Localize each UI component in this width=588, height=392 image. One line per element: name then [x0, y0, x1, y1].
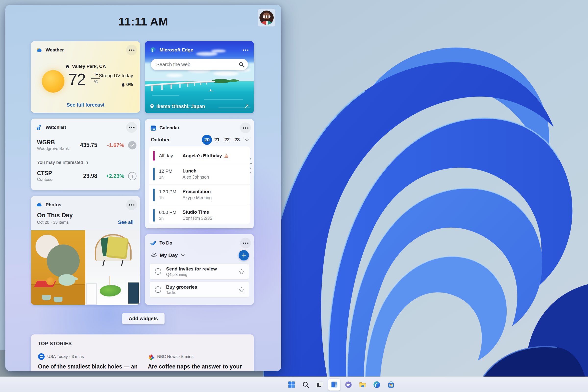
stock-name: Contoso [37, 177, 73, 182]
chevron-down-icon[interactable] [181, 254, 185, 256]
watchlist-widget[interactable]: Watchlist WGRB Woodgrove Bank 435.75 -1.… [31, 118, 140, 190]
star-icon[interactable] [239, 269, 244, 274]
unit-celsius[interactable]: °C [92, 79, 100, 84]
photo-teacup [42, 295, 51, 300]
watchlist-added-check-button[interactable] [128, 141, 136, 150]
photo-chair-legs [102, 260, 123, 266]
photo-plant-leaves [100, 285, 121, 296]
avatar-sunglasses [263, 16, 270, 18]
calendar-event-list: All day Angela's Birthday [149, 146, 250, 224]
event-time: 6:00 PM [159, 210, 182, 215]
widgets-icon [330, 381, 338, 388]
calendar-date-20[interactable]: 20 [202, 135, 212, 145]
nbc-news-logo [148, 353, 154, 360]
todo-list-selector[interactable]: My Day [160, 252, 178, 258]
calendar-date-22[interactable]: 22 [222, 135, 232, 145]
stock-symbol: CTSP [37, 170, 73, 177]
task-view-button[interactable] [314, 379, 326, 390]
file-explorer-button[interactable] [357, 379, 368, 390]
photo-thumbnail-teapot[interactable] [31, 230, 85, 305]
photo-frame [86, 283, 97, 305]
widgets-button[interactable] [328, 379, 340, 390]
task-list-name: Tasks [166, 290, 239, 295]
add-widgets-button[interactable]: Add widgets [122, 313, 165, 324]
event-color-bar [153, 188, 154, 201]
photo-thumbnail-chair[interactable] [86, 230, 140, 305]
calendar-event[interactable]: 1:30 PM 1h Presentation Skype Meeting [149, 184, 250, 205]
star-icon[interactable] [239, 287, 244, 292]
photo-green-circle [47, 244, 80, 277]
task-title: Send invites for review [166, 266, 239, 272]
todo-menu-button[interactable] [240, 238, 251, 248]
avatar [260, 10, 274, 25]
search-input[interactable] [151, 62, 237, 68]
watchlist-menu-button[interactable] [126, 122, 137, 133]
stock-symbol: WGRB [37, 139, 73, 146]
weather-widget[interactable]: Weather Valley Park, CA 72 °F °C Strong … [31, 41, 140, 113]
task-list-name: Q4 planning [166, 272, 239, 277]
photos-menu-button[interactable] [126, 200, 137, 210]
add-task-button[interactable] [239, 250, 249, 260]
profile-button[interactable] [258, 9, 276, 26]
droplet-icon [121, 82, 125, 87]
calendar-event[interactable]: 12 PM 1h Lunch Alex Johnson [149, 164, 250, 184]
task-row[interactable]: Buy groceries Tasks [150, 282, 249, 298]
story-headline[interactable]: Are coffee naps the answer to your [148, 363, 247, 370]
store-button[interactable] [385, 379, 397, 390]
calendar-date-21[interactable]: 21 [212, 135, 222, 145]
watchlist-row[interactable]: CTSP Contoso 23.98 +2.23% + [37, 170, 136, 182]
watchlist-suggestion-label: You may be interested in [37, 160, 88, 165]
weather-location: Valley Park, CA [72, 64, 106, 69]
edge-widget[interactable]: Microsoft Edge Ikema Ohashi, Japan [145, 41, 254, 113]
start-button[interactable] [286, 379, 298, 390]
see-all-link[interactable]: See all [118, 220, 134, 225]
search-button[interactable] [300, 379, 312, 390]
watchlist-row[interactable]: WGRB Woodgrove Bank 435.75 -1.67% [37, 139, 136, 151]
task-complete-circle[interactable] [155, 268, 161, 275]
calendar-icon [150, 125, 156, 131]
weather-precipitation: 0% [126, 82, 133, 87]
chevron-down-icon[interactable] [244, 138, 250, 141]
edge-menu-button[interactable] [240, 44, 251, 55]
calendar-event[interactable]: 6:00 PM 3h Studio Time Conf Rm 32/35 [149, 205, 250, 226]
event-title: Studio Time [182, 210, 209, 215]
calendar-event[interactable]: All day Angela's Birthday [149, 148, 250, 164]
chat-icon [344, 381, 352, 388]
event-time: All day [159, 153, 182, 158]
event-title: Lunch [182, 168, 196, 174]
photos-widget[interactable]: Photos On This Day Oct 20 · 33 items See… [31, 196, 140, 305]
stock-name: Woodgrove Bank [37, 146, 73, 151]
task-title: Buy groceries [166, 284, 239, 290]
widgets-panel: 11:11 AM Weather [6, 5, 281, 371]
see-full-forecast-link[interactable]: See full forecast [31, 102, 140, 108]
news-story[interactable]: USA Today · 3 mins One of the smallest b… [38, 353, 137, 370]
expand-arrow-icon[interactable] [244, 104, 250, 109]
edge-search-box[interactable] [151, 59, 248, 70]
watchlist-chart-icon [36, 124, 43, 131]
file-explorer-icon [359, 381, 366, 388]
task-complete-circle[interactable] [155, 286, 161, 293]
weather-menu-button[interactable] [126, 44, 137, 55]
search-icon[interactable] [239, 62, 244, 67]
calendar-widget[interactable]: Calendar October 20 21 22 23 A [145, 119, 254, 228]
chat-button[interactable] [342, 379, 354, 390]
news-story[interactable]: NBC News · 5 mins Are coffee naps the an… [148, 353, 247, 370]
story-headline[interactable]: One of the smallest black holes — and [38, 363, 137, 370]
weather-temperature: 72 [68, 70, 85, 89]
todo-widget[interactable]: To Do My Day [145, 234, 254, 305]
avatar-shirt [261, 21, 272, 25]
widget-title: Microsoft Edge [160, 47, 193, 53]
edge-button[interactable] [371, 379, 383, 390]
event-color-bar [153, 209, 154, 222]
task-row[interactable]: Send invites for review Q4 planning [150, 264, 249, 279]
weather-condition: Strong UV today [99, 73, 133, 78]
watchlist-add-button[interactable]: + [128, 172, 136, 180]
weather-cloud-icon [36, 47, 43, 54]
calendar-menu-button[interactable] [240, 122, 251, 133]
event-title: Presentation [182, 189, 211, 194]
calendar-scrollbar[interactable] [250, 158, 252, 173]
stock-price: 435.75 [73, 142, 97, 148]
calendar-month: October [151, 137, 202, 142]
calendar-date-23[interactable]: 23 [232, 135, 242, 145]
event-duration: 1h [159, 196, 182, 200]
